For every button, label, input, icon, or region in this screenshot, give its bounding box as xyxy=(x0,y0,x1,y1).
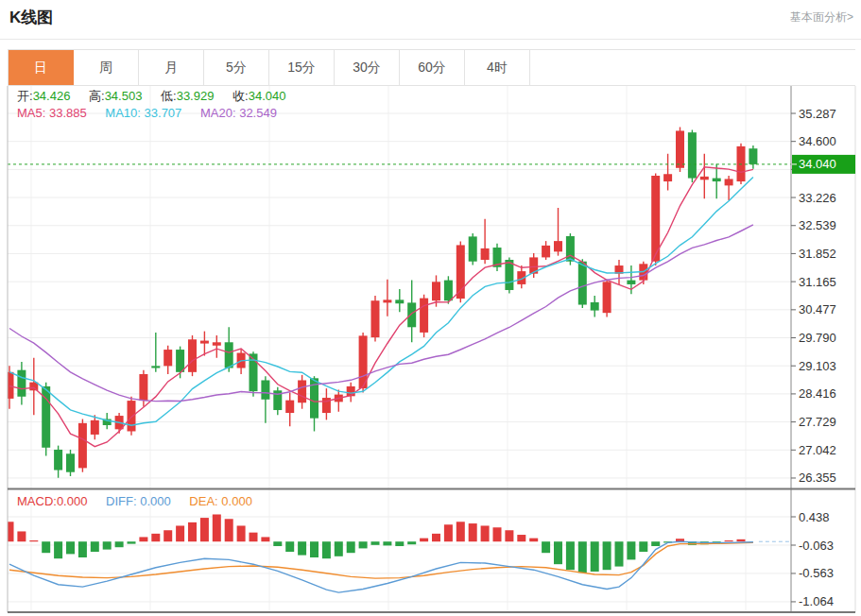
candlesticks xyxy=(6,128,758,478)
ma5-value: 33.885 xyxy=(49,106,87,120)
kline-page: { "header": { "title": "K线图", "link": "基… xyxy=(0,0,861,616)
diff-label: DIFF: xyxy=(106,494,137,508)
high-label: 高: xyxy=(89,89,105,103)
low-value: 33.929 xyxy=(177,89,215,103)
macd-tick-label: -0.563 xyxy=(799,566,834,580)
price-tick-label: 29.790 xyxy=(799,331,836,345)
dea-label: DEA: xyxy=(189,494,217,508)
close-label: 收: xyxy=(232,89,249,103)
macd-value: 0.000 xyxy=(57,494,88,508)
price-tick-label: 28.416 xyxy=(799,386,836,401)
ma10-value: 33.707 xyxy=(145,106,182,120)
price-tick-label: 31.165 xyxy=(799,275,836,289)
ma20-value: 32.549 xyxy=(239,106,277,120)
macd-tick-label: -1.064 xyxy=(799,594,834,608)
ma5-label: MA5: xyxy=(17,106,45,120)
chart-frame xyxy=(8,86,855,612)
macd-panel xyxy=(6,514,792,592)
price-tick-label: 30.477 xyxy=(799,302,836,317)
gridlines xyxy=(8,86,791,612)
macd-legend: MACD:0.000 DIFF: 0.000 DEA: 0.000 xyxy=(17,494,267,508)
diff-value: 0.000 xyxy=(140,494,171,508)
ohlc-legend: 开:34.426 高:34.503 低:33.929 收:34.040 xyxy=(17,88,301,105)
open-value: 34.426 xyxy=(33,89,71,103)
ma20-label: MA20: xyxy=(200,106,236,120)
ma10-label: MA10: xyxy=(105,106,141,120)
price-tick-label: 33.226 xyxy=(799,191,836,205)
price-tick-label: 35.287 xyxy=(799,107,836,121)
current-price-label: 34.040 xyxy=(792,155,855,174)
svg-text:34.040: 34.040 xyxy=(799,157,836,171)
ma-lines xyxy=(9,167,753,447)
price-tick-label: 32.539 xyxy=(799,218,836,232)
price-tick-label: 27.042 xyxy=(799,443,836,457)
dea-value: 0.000 xyxy=(221,494,252,508)
price-tick-label: 26.355 xyxy=(799,471,836,485)
price-tick-label: 27.729 xyxy=(799,415,836,429)
ma-legend: MA5: 33.885 MA10: 33.707 MA20: 32.549 xyxy=(17,106,292,120)
price-tick-label: 31.852 xyxy=(799,247,836,261)
price-axis: 35.28734.60033.22632.53931.85231.16530.4… xyxy=(791,107,836,609)
price-tick-label: 29.103 xyxy=(799,359,836,373)
low-label: 低: xyxy=(161,89,177,103)
close-value: 34.040 xyxy=(249,89,286,103)
macd-tick-label: -0.063 xyxy=(799,539,834,553)
open-label: 开: xyxy=(17,89,33,103)
price-tick-label: 34.600 xyxy=(799,134,836,148)
macd-label: MACD: xyxy=(17,494,57,508)
macd-tick-label: 0.438 xyxy=(799,510,830,524)
high-value: 34.503 xyxy=(105,89,143,103)
